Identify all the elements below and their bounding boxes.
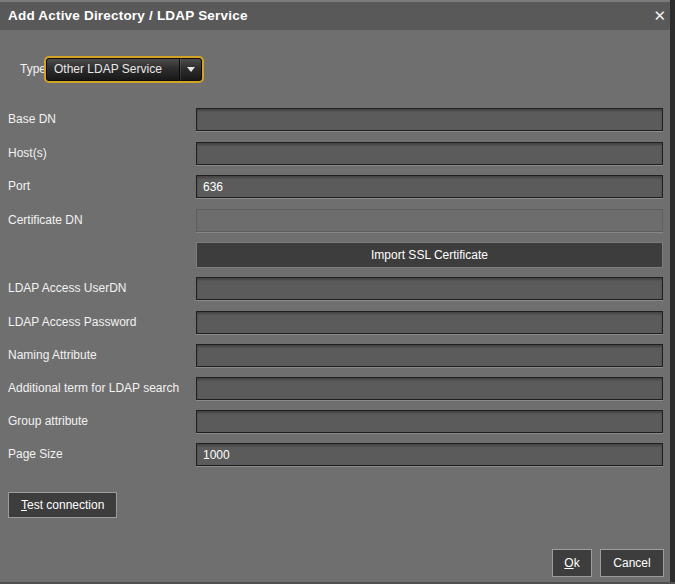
- ldap-access-userdn-label: LDAP Access UserDN: [8, 277, 126, 300]
- port-label: Port: [8, 175, 30, 198]
- ok-button[interactable]: Ok: [552, 549, 592, 577]
- ok-mnemonic: O: [564, 556, 573, 570]
- base-dn-label: Base DN: [8, 108, 56, 131]
- chevron-down-icon: [187, 67, 195, 72]
- cancel-button[interactable]: Cancel: [600, 549, 664, 577]
- base-dn-input[interactable]: [196, 108, 663, 131]
- page-size-input[interactable]: [196, 443, 663, 466]
- dialog-titlebar: Add Active Directory / LDAP Service ✕: [0, 0, 675, 30]
- import-ssl-certificate-button[interactable]: Import SSL Certificate: [196, 242, 663, 268]
- type-select[interactable]: Other LDAP Service: [44, 56, 204, 83]
- hosts-input[interactable]: [196, 142, 663, 165]
- window-right-edge: [670, 0, 675, 584]
- page-size-label: Page Size: [8, 443, 63, 466]
- type-select-value: Other LDAP Service: [46, 58, 179, 81]
- dialog-title: Add Active Directory / LDAP Service: [8, 2, 248, 30]
- group-attribute-input[interactable]: [196, 410, 663, 433]
- additional-term-input[interactable]: [196, 377, 663, 400]
- ok-label: k: [574, 556, 580, 570]
- naming-attribute-input[interactable]: [196, 344, 663, 367]
- naming-attribute-label: Naming Attribute: [8, 344, 97, 367]
- certificate-dn-input: [196, 209, 663, 232]
- type-select-dropdown-button[interactable]: [179, 58, 202, 81]
- certificate-dn-label: Certificate DN: [8, 209, 83, 232]
- group-attribute-label: Group attribute: [8, 410, 88, 433]
- hosts-label: Host(s): [8, 142, 47, 165]
- test-connection-label: est connection: [27, 498, 104, 512]
- close-icon[interactable]: ✕: [653, 7, 666, 25]
- ldap-access-password-input[interactable]: [196, 311, 663, 334]
- ldap-access-password-label: LDAP Access Password: [8, 311, 137, 334]
- port-input[interactable]: [196, 175, 663, 198]
- test-connection-button[interactable]: Test connection: [8, 492, 117, 518]
- ldap-access-userdn-input[interactable]: [196, 277, 663, 300]
- cancel-label: Cancel: [613, 556, 650, 570]
- type-label: Type: [20, 56, 46, 83]
- additional-term-label: Additional term for LDAP search: [8, 377, 179, 400]
- import-ssl-certificate-label: Import SSL Certificate: [371, 248, 488, 262]
